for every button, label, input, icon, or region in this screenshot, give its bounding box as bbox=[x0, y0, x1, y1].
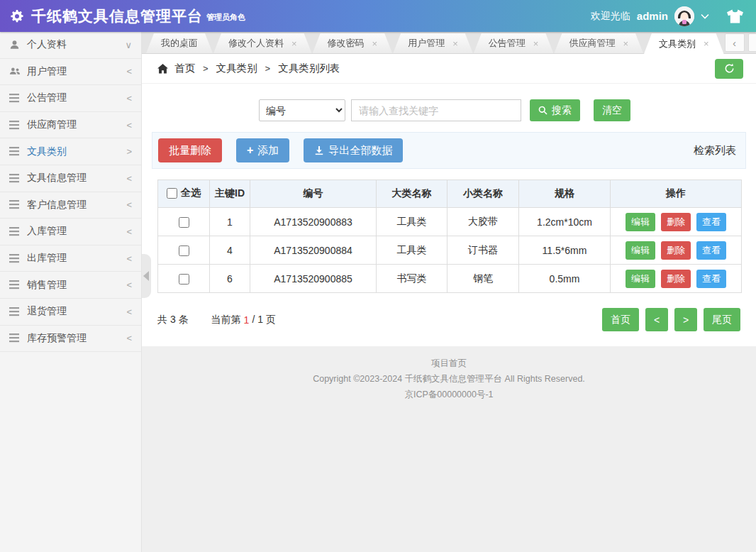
search-input[interactable] bbox=[351, 99, 521, 121]
tab-edit-profile[interactable]: 修改个人资料 × bbox=[213, 33, 312, 53]
close-icon[interactable]: × bbox=[372, 38, 378, 49]
delete-button[interactable]: 删除 bbox=[661, 270, 691, 288]
delete-button[interactable]: 删除 bbox=[661, 213, 691, 231]
home-icon bbox=[157, 64, 168, 74]
first-page-button[interactable]: 首页 bbox=[602, 308, 639, 331]
col-header-code: 编号 bbox=[250, 180, 377, 208]
total-count-text: 共 3 条 bbox=[157, 314, 189, 326]
row-checkbox[interactable] bbox=[179, 245, 189, 256]
close-icon[interactable]: × bbox=[291, 38, 297, 49]
search-field-select[interactable]: 编号 bbox=[259, 99, 345, 121]
current-page-label: 当前第 bbox=[211, 314, 241, 326]
chevron-left-icon: < bbox=[126, 199, 132, 210]
breadcrumb-category-list: 文具类别列表 bbox=[278, 62, 340, 75]
sidebar-collapse-handle[interactable] bbox=[142, 254, 151, 298]
tab-change-password[interactable]: 修改密码 × bbox=[313, 33, 393, 53]
screen: 千纸鹤文具信息管理平台 管理员角色 欢迎光临 admin 个人资料 ∨ bbox=[0, 0, 756, 552]
breadcrumb-home[interactable]: 首页 bbox=[174, 62, 195, 75]
footer-icp: 京ICP备00000000号-1 bbox=[142, 387, 756, 402]
view-button[interactable]: 查看 bbox=[696, 241, 726, 260]
tab-announcement-management[interactable]: 公告管理 × bbox=[474, 33, 554, 53]
category-table: 全选 主键ID 编号 大类名称 小类名称 规格 操作 bbox=[157, 180, 742, 293]
chevron-left-icon: < bbox=[126, 173, 132, 184]
sidebar-item-announcements[interactable]: 公告管理 < bbox=[0, 85, 141, 112]
menu-icon bbox=[9, 227, 21, 236]
refresh-icon bbox=[724, 63, 735, 74]
tab-desktop[interactable]: 我的桌面 bbox=[146, 33, 213, 53]
sidebar-item-stationery-info[interactable]: 文具信息管理 < bbox=[0, 165, 141, 192]
prev-page-button[interactable]: < bbox=[645, 308, 668, 331]
footer-project-link[interactable]: 项目首页 bbox=[142, 355, 756, 371]
tab-scroll-right-button[interactable]: › bbox=[748, 33, 756, 52]
username: admin bbox=[637, 10, 668, 22]
menu-icon bbox=[9, 280, 21, 289]
row-checkbox[interactable] bbox=[179, 217, 189, 228]
sidebar-item-suppliers[interactable]: 供应商管理 < bbox=[0, 112, 141, 139]
export-all-button[interactable]: 导出全部数据 bbox=[304, 138, 403, 162]
sidebar-item-inbound[interactable]: 入库管理 < bbox=[0, 219, 141, 245]
menu-icon bbox=[9, 200, 21, 209]
sidebar-item-profile[interactable]: 个人资料 ∨ bbox=[0, 32, 141, 59]
sidebar-item-customer-info[interactable]: 客户信息管理 < bbox=[0, 192, 141, 219]
refresh-button[interactable] bbox=[715, 59, 743, 79]
tshirt-icon[interactable] bbox=[727, 9, 743, 23]
footer-copyright: Copyright ©2023-2024 千纸鹤文具信息管理平台 All Rig… bbox=[142, 371, 756, 387]
close-icon[interactable]: × bbox=[623, 38, 628, 49]
sidebar-item-stock-alert[interactable]: 库存预警管理 < bbox=[0, 326, 141, 353]
total-pages-text: / 1 页 bbox=[252, 314, 275, 326]
last-page-button[interactable]: 尾页 bbox=[704, 308, 740, 331]
close-icon[interactable]: × bbox=[533, 38, 539, 49]
batch-delete-button[interactable]: 批量删除 bbox=[158, 138, 222, 162]
edit-button[interactable]: 编辑 bbox=[626, 213, 655, 231]
tab-user-management[interactable]: 用户管理 × bbox=[393, 33, 473, 53]
user-box: 欢迎光临 admin bbox=[591, 6, 743, 26]
close-icon[interactable]: × bbox=[704, 38, 709, 49]
current-page-number: 1 bbox=[244, 314, 250, 326]
delete-button[interactable]: 删除 bbox=[661, 241, 691, 260]
view-button[interactable]: 查看 bbox=[696, 213, 726, 231]
chevron-down-icon: ∨ bbox=[125, 40, 132, 50]
add-button[interactable]: + 添加 bbox=[236, 138, 289, 162]
main-area: 我的桌面 修改个人资料 × 修改密码 × 用户管理 × 公告管理 × bbox=[142, 32, 756, 552]
col-header-spec: 规格 bbox=[519, 180, 611, 208]
sidebar-item-users[interactable]: 用户管理 < bbox=[0, 59, 141, 86]
table-row: 6 A1713520900885 书写类 钢笔 0.5mm 编辑 删除 查看 bbox=[158, 265, 742, 293]
avatar[interactable] bbox=[674, 6, 694, 26]
clear-button[interactable]: 清空 bbox=[594, 99, 630, 121]
tab-stationery-category[interactable]: 文具类别 × bbox=[644, 33, 724, 54]
content: 编号 搜索 清空 批量删除 + bbox=[142, 84, 756, 346]
chevron-left-icon: < bbox=[126, 120, 132, 131]
menu-icon bbox=[9, 333, 21, 343]
menu-icon bbox=[9, 147, 21, 156]
sidebar-item-outbound[interactable]: 出库管理 < bbox=[0, 245, 141, 272]
chevron-right-icon: > bbox=[126, 146, 132, 157]
chevron-left-icon: < bbox=[126, 307, 132, 317]
sidebar-item-returns[interactable]: 退货管理 < bbox=[0, 299, 141, 326]
chevron-left-icon: < bbox=[126, 253, 132, 264]
close-icon[interactable]: × bbox=[452, 38, 458, 49]
table-header-row: 全选 主键ID 编号 大类名称 小类名称 规格 操作 bbox=[158, 180, 742, 208]
search-button[interactable]: 搜索 bbox=[530, 99, 580, 121]
sidebar-item-sales[interactable]: 销售管理 < bbox=[0, 272, 141, 299]
col-header-actions: 操作 bbox=[611, 180, 742, 208]
view-button[interactable]: 查看 bbox=[696, 270, 726, 288]
breadcrumb-bar: 首页 > 文具类别 > 文具类别列表 bbox=[142, 54, 756, 84]
edit-button[interactable]: 编辑 bbox=[626, 270, 655, 288]
page-footer: 项目首页 Copyright ©2023-2024 千纸鹤文具信息管理平台 Al… bbox=[142, 346, 756, 552]
tab-supplier-management[interactable]: 供应商管理 × bbox=[554, 33, 643, 53]
chevron-left-icon: < bbox=[126, 66, 132, 77]
plus-icon: + bbox=[247, 144, 253, 157]
gear-icon bbox=[10, 9, 24, 23]
welcome-text: 欢迎光临 bbox=[591, 10, 630, 23]
next-page-button[interactable]: > bbox=[674, 308, 697, 331]
col-header-id: 主键ID bbox=[210, 180, 250, 208]
breadcrumb-category[interactable]: 文具类别 bbox=[216, 62, 257, 75]
tab-scroll-left-button[interactable]: ‹ bbox=[725, 33, 745, 52]
select-all-checkbox[interactable] bbox=[167, 188, 177, 199]
edit-button[interactable]: 编辑 bbox=[626, 241, 655, 260]
select-all-label: 全选 bbox=[181, 187, 201, 199]
row-checkbox[interactable] bbox=[179, 274, 189, 285]
tab-bar: 我的桌面 修改个人资料 × 修改密码 × 用户管理 × 公告管理 × bbox=[142, 32, 756, 54]
chevron-down-icon[interactable] bbox=[701, 13, 709, 19]
sidebar-item-stationery-category[interactable]: 文具类别 > bbox=[0, 138, 141, 165]
